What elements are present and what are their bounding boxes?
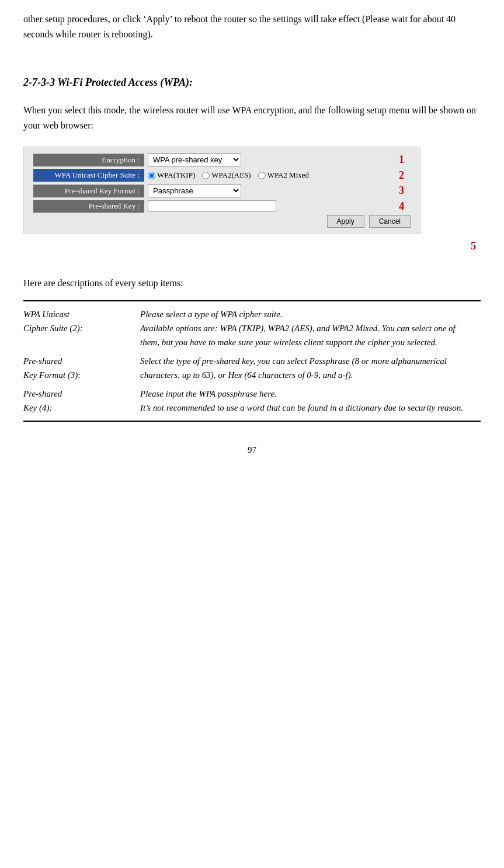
tkip-option[interactable]: WPA(TKIP) [148, 171, 195, 180]
description-table: WPA UnicastCipher Suite (2): Please sele… [23, 300, 481, 422]
table-desc-3: Please input the WPA passphrase here.It’… [140, 384, 481, 421]
cipher-control: WPA(TKIP) WPA2(AES) WPA2 Mixed [148, 171, 393, 180]
section-title: 2-7-3-3 Wi-Fi Protected Access (WPA): [23, 77, 481, 89]
encryption-label: Encryption : [33, 154, 144, 166]
key-label: Pre-shared Key : [33, 200, 144, 213]
mixed-radio[interactable] [258, 172, 266, 179]
aes-option[interactable]: WPA2(AES) [202, 171, 251, 180]
table-row-3: Pre-sharedKey (4): Please input the WPA … [23, 384, 481, 421]
mixed-label: WPA2 Mixed [267, 171, 309, 180]
table-row-2: Pre-sharedKey Format (3): Select the typ… [23, 352, 481, 384]
aes-label: WPA2(AES) [211, 171, 251, 180]
aes-radio[interactable] [202, 172, 210, 179]
apply-button[interactable]: Apply [327, 215, 364, 228]
key-row: Pre-shared Key : 4 [33, 200, 411, 213]
row-number-1: 1 [399, 154, 411, 166]
wpa-form-wrapper: Encryption : WPA pre-shared key 1 WPA Un… [23, 147, 481, 252]
encryption-row: Encryption : WPA pre-shared key 1 [33, 153, 411, 166]
row-number-5: 5 [23, 240, 481, 252]
cipher-row: WPA Unicast Cipher Suite : WPA(TKIP) WPA… [33, 169, 411, 182]
cancel-button[interactable]: Cancel [369, 215, 411, 228]
table-label-2: Pre-sharedKey Format (3): [23, 352, 140, 384]
table-label-3: Pre-sharedKey (4): [23, 384, 140, 421]
row-number-2: 2 [399, 169, 411, 182]
cipher-radio-group: WPA(TKIP) WPA2(AES) WPA2 Mixed [148, 171, 309, 180]
key-format-label: Pre-shared Key Format : [33, 185, 144, 197]
table-desc-2: Select the type of pre-shared key, you c… [140, 352, 481, 384]
table-row-1: WPA UnicastCipher Suite (2): Please sele… [23, 301, 481, 352]
encryption-select[interactable]: WPA pre-shared key [148, 153, 241, 166]
cipher-label: WPA Unicast Cipher Suite : [33, 169, 144, 182]
page-number: 97 [23, 445, 481, 455]
wpa-form-container: Encryption : WPA pre-shared key 1 WPA Un… [23, 147, 420, 234]
key-format-row: Pre-shared Key Format : Passphrase 3 [33, 184, 411, 197]
section-description: When you select this mode, the wireless … [23, 103, 481, 133]
key-format-control: Passphrase [148, 184, 393, 197]
row-number-3: 3 [399, 185, 411, 197]
intro-text: other setup procedures, or click ‘Apply’… [23, 12, 481, 41]
here-text: Here are descriptions of every setup ite… [23, 276, 481, 291]
mixed-option[interactable]: WPA2 Mixed [258, 171, 309, 180]
table-label-1: WPA UnicastCipher Suite (2): [23, 301, 140, 352]
table-desc-1: Please select a type of WPA cipher suite… [140, 301, 481, 352]
tkip-radio[interactable] [148, 172, 155, 179]
tkip-label: WPA(TKIP) [157, 171, 195, 180]
key-input[interactable] [148, 200, 276, 212]
key-format-select[interactable]: Passphrase [148, 184, 241, 197]
encryption-control: WPA pre-shared key [148, 153, 393, 166]
button-row: Apply Cancel [33, 215, 411, 228]
row-number-4: 4 [399, 200, 411, 213]
key-control [148, 200, 393, 212]
